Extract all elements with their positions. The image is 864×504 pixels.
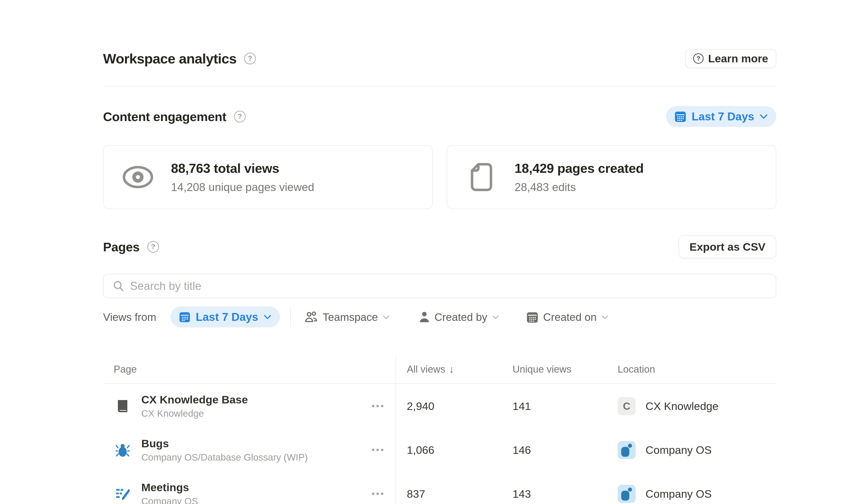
sort-descending-icon: ↓ [449,363,454,375]
all-views-value: 2,940 [407,384,434,428]
page-cell[interactable]: Meetings Company OS [141,472,198,504]
workspace-letter-badge: C [617,397,636,415]
location-label: Company OS [646,444,712,456]
edits-value: 28,483 edits [515,181,644,194]
bug-icon [116,428,130,472]
calendar-icon [674,111,686,122]
page-cell[interactable]: CX Knowledge Base CX Knowledge [141,384,248,428]
pages-header-row: Pages ? Export as CSV [103,235,776,259]
views-from-label: Views from [103,307,156,328]
page-title-link[interactable]: CX Knowledge Base [141,393,248,406]
book-icon [116,384,129,428]
column-header-page[interactable]: Page [113,355,137,384]
column-header-unique-views[interactable]: Unique views [513,355,572,384]
chevron-down-icon [264,314,271,320]
page-cell[interactable]: Bugs Company OS/Database Glossary (WIP) [141,428,308,472]
pages-heading: Pages [103,240,140,254]
pencil-notes-icon [116,472,130,504]
page-title-row: Workspace analytics ? ? Learn more [103,48,776,69]
table-header: Page All views ↓ Unique views Location [103,355,776,384]
total-views-card: 88,763 total views 14,208 unique pages v… [103,145,433,209]
page-title-link[interactable]: Meetings [141,481,198,494]
teamspace-filter-dropdown[interactable]: Teamspace [305,307,389,328]
created-by-filter-dropdown[interactable]: Created by [419,307,499,328]
all-views-value: 1,066 [407,428,434,472]
unique-views-value: 143 [513,472,531,504]
location-label: CX Knowledge [646,400,718,412]
table-row[interactable]: Bugs Company OS/Database Glossary (WIP) … [103,428,776,472]
page-path: CX Knowledge [141,408,248,419]
created-on-filter-dropdown[interactable]: Created on [527,307,608,328]
export-csv-label: Export as CSV [689,241,766,253]
search-bar [103,274,776,298]
more-options-button[interactable] [372,428,383,472]
more-options-button[interactable] [372,384,383,428]
learn-more-label: Learn more [708,52,768,65]
table-row[interactable]: CX Knowledge Base CX Knowledge 2,940 141… [103,384,776,428]
pages-created-card: 18,429 pages created 28,483 edits [447,145,776,209]
location-cell[interactable]: C CX Knowledge [617,384,718,428]
unique-pages-viewed: 14,208 unique pages viewed [171,181,314,194]
chevron-down-icon [383,315,389,320]
total-views-value: 88,763 total views [171,161,314,176]
table-row[interactable]: Meetings Company OS 837 143 Company OS [103,472,776,504]
person-icon [419,311,430,323]
workspace-analytics-page: Workspace analytics ? ? Learn more Conte… [103,0,776,504]
calendar-icon [179,311,190,323]
column-header-location[interactable]: Location [617,355,655,384]
calendar-icon [527,311,538,323]
export-csv-button[interactable]: Export as CSV [679,235,776,258]
location-cell[interactable]: Company OS [617,428,712,472]
content-engagement-header: Content engagement ? Last 7 Days [103,105,776,128]
unique-views-value: 146 [513,428,531,472]
location-label: Company OS [646,488,712,500]
page-icon [465,163,499,191]
search-input[interactable] [130,279,766,292]
created-by-label: Created by [434,311,487,323]
views-date-filter-dropdown[interactable]: Last 7 Days [170,307,280,327]
pages-created-value: 18,429 pages created [515,161,644,176]
column-header-all-views[interactable]: All views ↓ [407,355,454,384]
all-views-label: All views [407,363,445,375]
unique-views-value: 141 [513,384,531,428]
content-engagement-heading: Content engagement [103,109,226,124]
location-cell[interactable]: Company OS [617,472,712,504]
filter-divider [290,307,291,328]
company-os-logo-badge [617,441,636,459]
date-range-dropdown[interactable]: Last 7 Days [666,106,776,127]
eye-icon [121,165,155,190]
page-path: Company OS/Database Glossary (WIP) [141,452,308,463]
help-icon[interactable]: ? [147,241,159,253]
teamspace-label: Teamspace [323,311,378,323]
teamspace-icon [305,311,318,323]
chevron-down-icon [492,315,499,320]
stat-cards: 88,763 total views 14,208 unique pages v… [103,145,776,209]
company-os-logo-badge [617,485,636,503]
help-icon[interactable]: ? [244,53,256,64]
page-title-link[interactable]: Bugs [141,437,308,450]
learn-more-button[interactable]: ? Learn more [685,49,776,68]
page-title: Workspace analytics [103,51,237,67]
search-icon [113,280,124,291]
created-on-label: Created on [543,311,597,323]
views-date-filter-label: Last 7 Days [196,311,258,324]
chevron-down-icon [760,114,768,119]
filters-row: Views from Last 7 Days Teamspace [103,307,776,328]
more-options-button[interactable] [372,472,383,504]
section-divider [103,86,776,87]
chevron-down-icon [602,315,608,320]
help-icon[interactable]: ? [234,111,246,122]
question-circle-icon: ? [693,53,704,64]
date-range-label: Last 7 Days [692,110,754,123]
all-views-value: 837 [407,472,425,504]
page-path: Company OS [141,496,198,504]
